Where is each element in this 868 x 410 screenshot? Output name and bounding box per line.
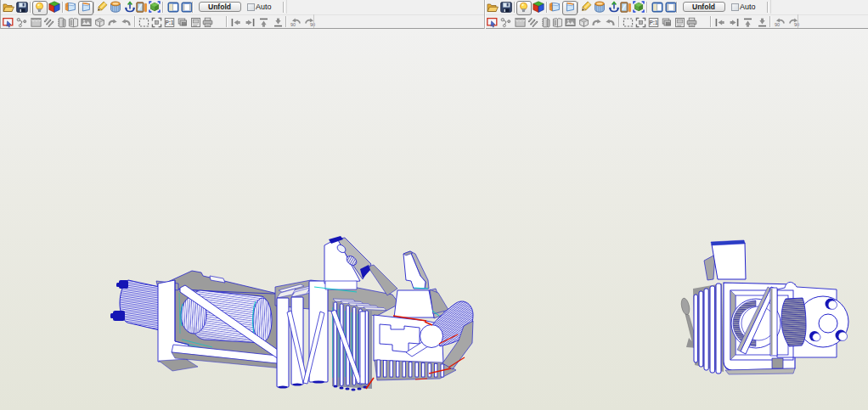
svg-text:P:1: P:1 [165,20,174,25]
svg-text:90: 90 [794,22,799,27]
svg-text:90: 90 [775,22,780,27]
svg-text:P:1: P:1 [649,20,658,25]
svg-text:90: 90 [290,22,296,27]
svg-text:90: 90 [310,22,315,27]
